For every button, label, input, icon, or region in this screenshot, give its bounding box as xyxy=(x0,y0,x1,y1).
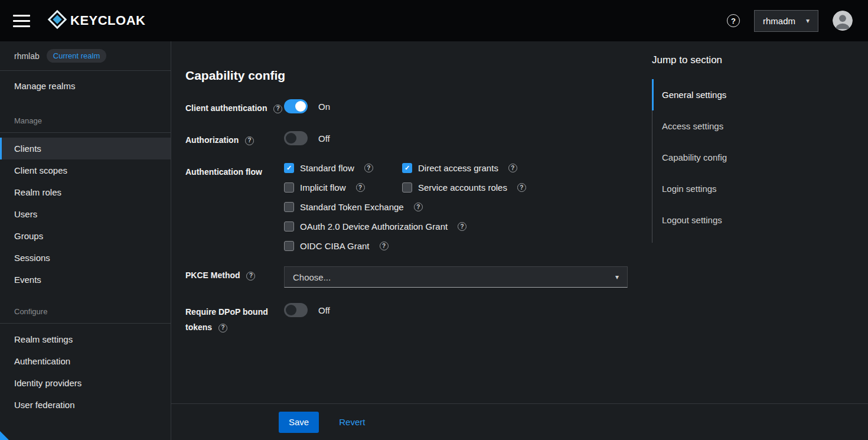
toggle-state-label: Off xyxy=(318,133,330,144)
sidebar-item-groups[interactable]: Groups xyxy=(0,225,171,247)
select-value: Choose... xyxy=(293,272,331,282)
authentication-flow-label: Authentication flow xyxy=(185,163,284,180)
checkbox-label: Implicit flow xyxy=(300,182,346,193)
hamburger-menu-icon[interactable] xyxy=(13,15,30,27)
current-realm-badge: Current realm xyxy=(47,49,106,63)
username: rhmadm xyxy=(763,16,795,26)
page-title: Capability config xyxy=(185,69,644,83)
realm-name: rhmlab xyxy=(14,51,40,61)
help-icon[interactable]: ? xyxy=(364,164,373,172)
authentication-flow-options: ✓ Standard flow ? ✓ Direct access grants… xyxy=(284,163,644,251)
nav-group-label-configure: Configure xyxy=(0,291,171,323)
jump-item-general-settings[interactable]: General settings xyxy=(652,79,868,110)
realm-row: rhmlab Current realm xyxy=(0,41,171,71)
sidebar-item-users[interactable]: Users xyxy=(0,203,171,225)
jump-to-section-nav: Jump to section General settings Access … xyxy=(644,41,868,403)
help-icon[interactable]: ? xyxy=(218,324,227,333)
checkbox-checked-icon: ✓ xyxy=(402,163,412,173)
dpop-control: Off xyxy=(284,303,644,317)
keycloak-logo[interactable]: KEYCLOAK xyxy=(47,9,145,32)
sidebar: rhmlab Current realm Manage realms Manag… xyxy=(0,41,171,440)
sidebar-item-clients[interactable]: Clients xyxy=(0,138,171,159)
sidebar-item-sessions[interactable]: Sessions xyxy=(0,247,171,269)
nav-group-configure: Realm settings Authentication Identity p… xyxy=(0,323,171,416)
checkbox-oauth-device-authorization-grant[interactable]: OAuth 2.0 Device Authorization Grant ? xyxy=(284,221,466,232)
checkbox-label: Standard Token Exchange xyxy=(300,202,404,212)
checkbox-unchecked-icon xyxy=(284,182,294,193)
sidebar-item-identity-providers[interactable]: Identity providers xyxy=(0,372,171,394)
checkbox-label: OIDC CIBA Grant xyxy=(300,241,370,251)
authorization-control: Off xyxy=(284,131,644,145)
checkbox-label: OAuth 2.0 Device Authorization Grant xyxy=(300,221,448,232)
checkbox-unchecked-icon xyxy=(402,182,412,193)
sidebar-item-events[interactable]: Events xyxy=(0,269,171,291)
sidebar-item-client-scopes[interactable]: Client scopes xyxy=(0,159,171,181)
save-button[interactable]: Save xyxy=(279,412,319,433)
toggle-state-label: On xyxy=(318,102,330,112)
corner-accent xyxy=(0,431,9,440)
checkbox-checked-icon: ✓ xyxy=(284,163,294,173)
help-icon[interactable]: ? xyxy=(246,272,255,281)
checkbox-label: Direct access grants xyxy=(418,163,498,173)
checkbox-direct-access-grants[interactable]: ✓ Direct access grants ? xyxy=(402,163,517,173)
form-actions: Save Revert xyxy=(171,403,868,440)
pkce-method-select[interactable]: Choose... ▾ xyxy=(284,266,628,288)
user-menu-dropdown[interactable]: rhmadm ▾ xyxy=(754,10,818,32)
checkbox-unchecked-icon xyxy=(284,221,294,232)
client-authentication-label: Client authentication ? xyxy=(185,99,284,116)
masthead: KEYCLOAK ? rhmadm ▾ xyxy=(0,0,868,41)
help-icon[interactable]: ? xyxy=(245,136,254,145)
pkce-method-label: PKCE Method ? xyxy=(185,266,284,283)
client-authentication-toggle[interactable] xyxy=(284,99,308,113)
nav-group-label-manage: Manage xyxy=(0,101,171,132)
sidebar-item-user-federation[interactable]: User federation xyxy=(0,394,171,416)
sidebar-item-authentication[interactable]: Authentication xyxy=(0,350,171,372)
jump-item-login-settings[interactable]: Login settings xyxy=(652,173,868,204)
help-icon[interactable]: ? xyxy=(414,203,423,211)
sidebar-item-manage-realms[interactable]: Manage realms xyxy=(0,71,171,101)
avatar[interactable] xyxy=(833,11,853,31)
checkbox-label: Standard flow xyxy=(300,163,354,173)
checkbox-unchecked-icon xyxy=(284,241,294,251)
help-icon[interactable]: ? xyxy=(356,183,365,192)
brand-text: KEYCLOAK xyxy=(70,13,145,28)
checkbox-implicit-flow[interactable]: Implicit flow ? xyxy=(284,182,402,193)
revert-link[interactable]: Revert xyxy=(339,417,365,427)
jump-nav-title: Jump to section xyxy=(652,54,868,66)
help-icon[interactable]: ? xyxy=(273,105,282,113)
checkbox-oidc-ciba-grant[interactable]: OIDC CIBA Grant ? xyxy=(284,241,389,251)
sidebar-item-realm-settings[interactable]: Realm settings xyxy=(0,328,171,350)
checkbox-service-accounts-roles[interactable]: Service accounts roles ? xyxy=(402,182,526,193)
keycloak-logo-icon xyxy=(47,9,68,32)
jump-item-logout-settings[interactable]: Logout settings xyxy=(652,204,868,236)
checkbox-standard-flow[interactable]: ✓ Standard flow ? xyxy=(284,163,402,173)
toggle-state-label: Off xyxy=(318,305,330,315)
sidebar-item-realm-roles[interactable]: Realm roles xyxy=(0,181,171,203)
chevron-down-icon: ▾ xyxy=(806,17,810,24)
authorization-toggle[interactable] xyxy=(284,131,308,145)
checkbox-standard-token-exchange[interactable]: Standard Token Exchange ? xyxy=(284,202,423,212)
help-icon[interactable]: ? xyxy=(727,14,740,27)
help-icon[interactable]: ? xyxy=(380,242,389,250)
client-authentication-control: On xyxy=(284,99,644,113)
nav-group-manage: Clients Client scopes Realm roles Users … xyxy=(0,132,171,291)
capability-config-section: Capability config Client authentication … xyxy=(171,41,644,403)
help-icon[interactable]: ? xyxy=(517,183,526,192)
authorization-label: Authorization ? xyxy=(185,131,284,148)
checkbox-label: Service accounts roles xyxy=(418,182,507,193)
help-icon[interactable]: ? xyxy=(458,222,466,231)
jump-item-access-settings[interactable]: Access settings xyxy=(652,110,868,142)
checkbox-unchecked-icon xyxy=(284,202,294,212)
dpop-label: Require DPoP bound tokens ? xyxy=(185,303,284,335)
jump-item-capability-config[interactable]: Capability config xyxy=(652,142,868,173)
chevron-down-icon: ▾ xyxy=(615,273,619,281)
help-icon[interactable]: ? xyxy=(508,164,517,172)
dpop-toggle[interactable] xyxy=(284,303,308,317)
